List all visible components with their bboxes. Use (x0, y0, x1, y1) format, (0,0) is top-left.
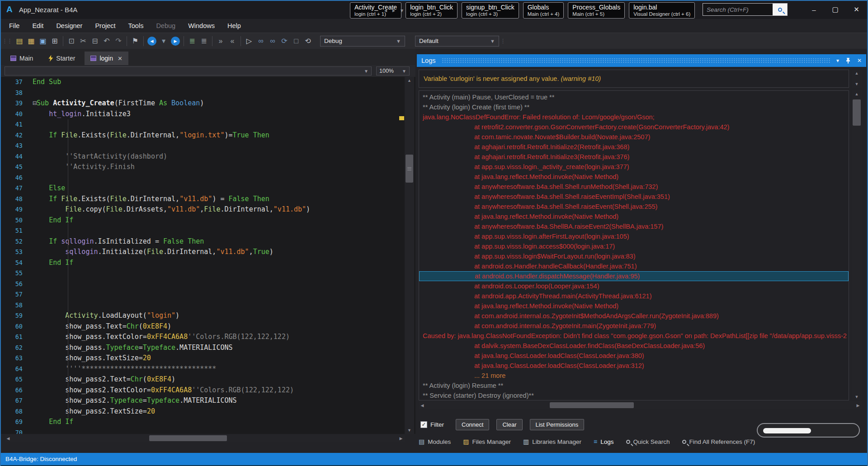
tab-scroll-right-icon[interactable]: ▸ (392, 7, 395, 14)
log-entry[interactable]: ** Activity (main) Pause, UserClosed = t… (419, 92, 849, 102)
log-entry[interactable]: at java.lang.ClassLoader.loadClass(Class… (419, 361, 849, 371)
member-selector-combo[interactable]: ▼ (5, 66, 372, 75)
warning-message[interactable]: Variable 'curlogin' is never assigned an… (419, 70, 849, 88)
connect-wireless-icon[interactable]: ∞ (267, 35, 278, 47)
tab-scroll-left-icon[interactable]: ◂ (384, 7, 387, 14)
log-entry[interactable]: at com.tamic.novate.Novate$Builder.build… (419, 132, 849, 142)
log-zoom-slider[interactable] (757, 423, 860, 438)
tool-tab-modules[interactable]: ▤Modules (419, 438, 451, 445)
scroll-down-icon[interactable]: ▼ (405, 427, 414, 434)
menu-edit[interactable]: Edit (26, 20, 50, 32)
uncomment-icon[interactable]: ≣ (198, 35, 210, 47)
scroll-down-icon[interactable]: ▼ (852, 80, 862, 88)
log-entry[interactable]: at java.lang.ClassLoader.loadClass(Class… (419, 351, 849, 361)
log-vscroll-thumb[interactable] (853, 99, 861, 126)
editor-hscroll-thumb[interactable] (149, 435, 227, 441)
editor-vscroll-thumb[interactable] (406, 155, 413, 183)
log-entry[interactable]: at retrofit2.converter.gson.GsonConverte… (419, 122, 849, 132)
tool-tab-files-manager[interactable]: ▨Files Manager (463, 438, 511, 445)
menu-debug[interactable]: Debug (150, 20, 182, 32)
log-entry-selected[interactable]: at android.os.Handler.dispatchMessage(Ha… (419, 271, 849, 281)
undo-icon[interactable]: ↶ (101, 35, 113, 47)
scroll-left-icon[interactable]: ◀ (5, 434, 12, 442)
log-entry[interactable]: at com.android.internal.os.ZygoteInit$Me… (419, 311, 849, 321)
log-entry[interactable]: java.lang.NoClassDefFoundError: Failed r… (419, 112, 849, 122)
scroll-up-icon[interactable]: ▲ (852, 90, 862, 98)
search-input[interactable] (703, 4, 773, 15)
clean-project-icon[interactable]: ⟲ (302, 35, 314, 47)
log-entry[interactable]: at anywheresoftware.b4a.ShellBA.raiseEve… (419, 221, 849, 231)
cut-icon[interactable]: ✂ (77, 35, 89, 47)
copy-icon[interactable]: ⊡ (66, 35, 77, 47)
back-history-dropdown-icon[interactable]: ▾ (158, 35, 170, 47)
editor-tab-main[interactable]: Main (5, 52, 39, 65)
tab-list-dropdown-icon[interactable]: ▾ (401, 7, 403, 14)
menu-help[interactable]: Help (221, 20, 247, 32)
scroll-up-icon[interactable]: ▲ (852, 70, 862, 77)
tool-tab-libraries-manager[interactable]: ▥Libraries Manager (523, 438, 581, 445)
log-entry[interactable]: at aghajari.retrofit.Retrofit.Initialize… (419, 152, 849, 162)
log-entry[interactable]: at java.lang.reflect.Method.invoke(Nativ… (419, 172, 849, 182)
panel-chevron-down-icon[interactable]: ▾ (836, 57, 839, 64)
log-entry[interactable]: ** Service (starter) Destroy (ignored)** (419, 391, 849, 400)
log-zoom-slider-handle[interactable] (763, 428, 811, 433)
menu-designer[interactable]: Designer (50, 20, 89, 32)
panel-drag-texture[interactable] (442, 58, 830, 63)
log-entry[interactable]: at dalvik.system.BaseDexClassLoader.find… (419, 341, 849, 351)
quick-nav-tab-login.bal[interactable]: login.balVisual Designer (ctrl + 6) (629, 2, 695, 19)
log-entry[interactable]: at app.sup.visss.login$WaitForLayout.run… (419, 251, 849, 261)
new-project-icon[interactable]: ▤ (14, 35, 25, 47)
log-entry[interactable]: at android.app.ActivityThread.main(Activ… (419, 291, 849, 301)
log-entry[interactable]: at anywheresoftware.b4a.shell.Shell.rais… (419, 202, 849, 212)
navigate-back-icon[interactable]: ◀ (146, 35, 158, 47)
log-entry[interactable]: at android.os.Handler.handleCallback(Han… (419, 261, 849, 271)
log-entry[interactable]: at com.android.internal.os.ZygoteInit.ma… (419, 321, 849, 331)
log-entry[interactable]: at app.sup.visss.login.access$000(login.… (419, 241, 849, 251)
pin-icon[interactable] (845, 57, 851, 64)
editor-tab-starter[interactable]: Starter (42, 52, 81, 65)
close-button[interactable]: ✕ (846, 1, 867, 18)
scroll-left-icon[interactable]: ◀ (419, 401, 426, 409)
menu-windows[interactable]: Windows (182, 20, 221, 32)
bookmark-marker[interactable] (399, 116, 404, 120)
quick-nav-tab-globals[interactable]: GlobalsMain (ctrl + 4) (523, 2, 564, 19)
save-icon[interactable]: ▣ (37, 35, 49, 47)
scroll-up-icon[interactable]: ▲ (405, 77, 414, 84)
connect-device-icon[interactable]: ∞ (255, 35, 267, 47)
comment-icon[interactable]: ≣ (186, 35, 198, 47)
resume-icon[interactable]: ⟳ (278, 35, 290, 47)
outdent-icon[interactable]: « (226, 35, 238, 47)
log-entry[interactable]: at java.lang.reflect.Method.invoke(Nativ… (419, 301, 849, 311)
log-entry[interactable]: at java.lang.reflect.Method.invoke(Nativ… (419, 212, 849, 221)
list-permissions-button[interactable]: List Permissions (530, 419, 585, 430)
menu-file[interactable]: File (3, 20, 26, 32)
bookmark-icon[interactable]: ⚑ (129, 35, 141, 47)
toolbar-overflow-icon[interactable]: ⋮ (500, 38, 505, 44)
minimize-button[interactable]: – (803, 1, 825, 18)
quick-nav-tab-signup_btn_click[interactable]: signup_btn_Clicklogin (ctrl + 3) (462, 2, 519, 19)
menu-tools[interactable]: Tools (122, 20, 150, 32)
open-project-icon[interactable]: ▦ (25, 35, 37, 47)
panel-close-icon[interactable]: ✕ (857, 57, 862, 64)
log-entry[interactable]: at app.sup.visss.login.afterFirstLayout(… (419, 231, 849, 241)
quick-nav-tab-process_globals[interactable]: Process_GlobalsMain (ctrl + 5) (568, 2, 625, 19)
debug-mode-combo[interactable]: Debug▼ (320, 36, 405, 47)
clear-button[interactable]: Clear (496, 419, 522, 430)
export-package-icon[interactable]: ⊞ (49, 35, 61, 47)
code-editor[interactable]: 37End Sub3839⊟Sub Activity_Create(FirstT… (1, 77, 415, 434)
search-button[interactable] (773, 4, 787, 15)
scroll-down-icon[interactable]: ▼ (852, 393, 862, 400)
scroll-right-icon[interactable]: ▶ (397, 434, 405, 442)
filter-checkbox[interactable]: ✓ (420, 421, 427, 428)
tool-tab-logs[interactable]: ≡Logs (594, 438, 613, 445)
log-entry[interactable]: at aghajari.retrofit.Retrofit.Initialize… (419, 142, 849, 152)
log-entry[interactable]: Caused by: java.lang.ClassNotFoundExcept… (419, 331, 849, 341)
indent-icon[interactable]: » (215, 35, 226, 47)
log-entry[interactable]: ** Activity (login) Create (first time) … (419, 102, 849, 112)
navigate-forward-icon[interactable]: ▶ (170, 35, 181, 47)
menu-project[interactable]: Project (89, 20, 122, 32)
log-entry[interactable]: at anywheresoftware.b4a.shell.Shell.rais… (419, 192, 849, 202)
log-entry[interactable]: at app.sup.visss.login._activity_create(… (419, 162, 849, 172)
log-hscroll-thumb[interactable] (550, 402, 634, 408)
log-entry[interactable]: ** Activity (login) Resume ** (419, 381, 849, 391)
